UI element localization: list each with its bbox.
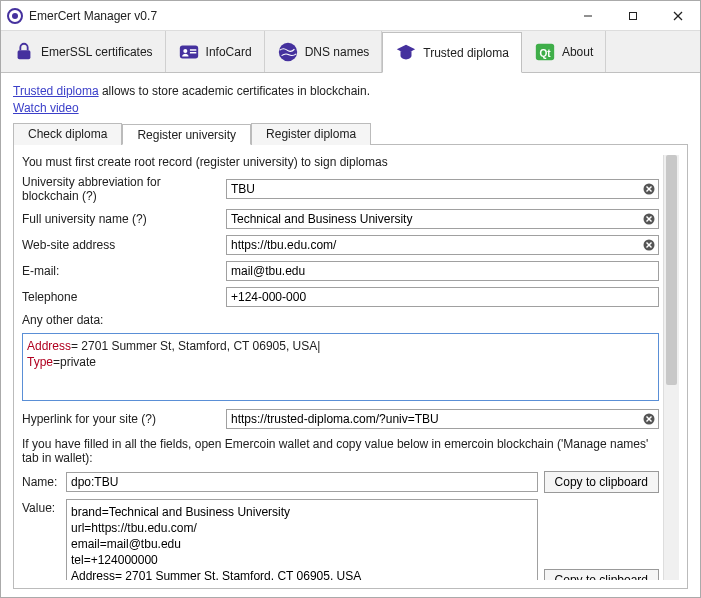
maximize-button[interactable] xyxy=(610,1,655,31)
svg-rect-6 xyxy=(18,50,31,59)
instructions-text: If you have filled in all the fields, op… xyxy=(22,437,659,465)
globe-icon xyxy=(277,41,299,63)
subtab-register-university[interactable]: Register university xyxy=(122,124,251,145)
copy-value-button[interactable]: Copy to clipboard xyxy=(544,569,659,580)
tab-label: Trusted diploma xyxy=(423,46,509,60)
app-window: EmerCert Manager v0.7 EmerSSL certificat… xyxy=(0,0,701,598)
titlebar: EmerCert Manager v0.7 xyxy=(1,1,700,31)
lock-icon xyxy=(13,41,35,63)
svg-rect-9 xyxy=(190,49,196,50)
watch-video-link[interactable]: Watch video xyxy=(13,101,79,115)
clear-icon[interactable] xyxy=(640,180,658,198)
hyperlink-label: Hyperlink for your site (?) xyxy=(22,412,220,426)
fullname-label: Full university name (?) xyxy=(22,212,220,226)
tab-trusted-diploma[interactable]: Trusted diploma xyxy=(382,32,522,73)
tab-label: About xyxy=(562,45,593,59)
clear-icon[interactable] xyxy=(640,410,658,428)
intro-text: Trusted diploma allows to store academic… xyxy=(13,83,688,117)
tab-label: InfoCard xyxy=(206,45,252,59)
svg-point-1 xyxy=(12,13,18,19)
website-label: Web-site address xyxy=(22,238,220,252)
main-tabs: EmerSSL certificates InfoCard DNS names … xyxy=(1,31,700,73)
subtab-check-diploma[interactable]: Check diploma xyxy=(13,123,122,145)
value-label: Value: xyxy=(22,499,60,515)
graduation-cap-icon xyxy=(395,42,417,64)
svg-text:Qt: Qt xyxy=(539,47,551,58)
tel-label: Telephone xyxy=(22,290,220,304)
email-input[interactable] xyxy=(227,262,658,280)
tel-input[interactable] xyxy=(227,288,658,306)
name-label: Name: xyxy=(22,475,60,489)
other-data-textarea[interactable]: Address= 2701 Summer St, Stamford, CT 06… xyxy=(22,333,659,401)
scrollbar-thumb[interactable] xyxy=(666,155,677,385)
vertical-scrollbar[interactable] xyxy=(663,155,679,580)
app-icon xyxy=(7,8,23,24)
close-button[interactable] xyxy=(655,1,700,31)
svg-point-8 xyxy=(183,49,187,53)
form-panel: You must first create root record (regis… xyxy=(13,145,688,589)
minimize-button[interactable] xyxy=(565,1,610,31)
clear-icon[interactable] xyxy=(640,236,658,254)
trusted-diploma-link[interactable]: Trusted diploma xyxy=(13,84,99,98)
intro-rest: allows to store academic certificates in… xyxy=(99,84,370,98)
qt-icon: Qt xyxy=(534,41,556,63)
clear-icon[interactable] xyxy=(640,210,658,228)
fullname-input[interactable] xyxy=(227,210,640,228)
other-data-label: Any other data: xyxy=(22,313,659,327)
abbrev-input[interactable] xyxy=(227,180,640,198)
svg-rect-3 xyxy=(629,12,636,19)
name-input[interactable] xyxy=(66,472,538,492)
copy-name-button[interactable]: Copy to clipboard xyxy=(544,471,659,493)
svg-point-11 xyxy=(278,42,296,60)
tab-dns[interactable]: DNS names xyxy=(265,31,383,72)
tab-infocard[interactable]: InfoCard xyxy=(166,31,265,72)
abbrev-label: University abbreviation for blockchain (… xyxy=(22,175,220,203)
website-input[interactable] xyxy=(227,236,640,254)
content-area: Trusted diploma allows to store academic… xyxy=(1,73,700,597)
tab-emerssl[interactable]: EmerSSL certificates xyxy=(1,31,166,72)
app-title: EmerCert Manager v0.7 xyxy=(29,9,565,23)
tab-label: DNS names xyxy=(305,45,370,59)
email-label: E-mail: xyxy=(22,264,220,278)
idcard-icon xyxy=(178,41,200,63)
subtab-register-diploma[interactable]: Register diploma xyxy=(251,123,371,145)
svg-rect-10 xyxy=(190,52,196,53)
tab-label: EmerSSL certificates xyxy=(41,45,153,59)
hyperlink-input[interactable] xyxy=(227,410,640,428)
tab-about[interactable]: Qt About xyxy=(522,31,606,72)
form-hint: You must first create root record (regis… xyxy=(22,155,659,169)
value-textarea[interactable] xyxy=(66,499,538,580)
sub-tabs: Check diploma Register university Regist… xyxy=(13,123,688,145)
